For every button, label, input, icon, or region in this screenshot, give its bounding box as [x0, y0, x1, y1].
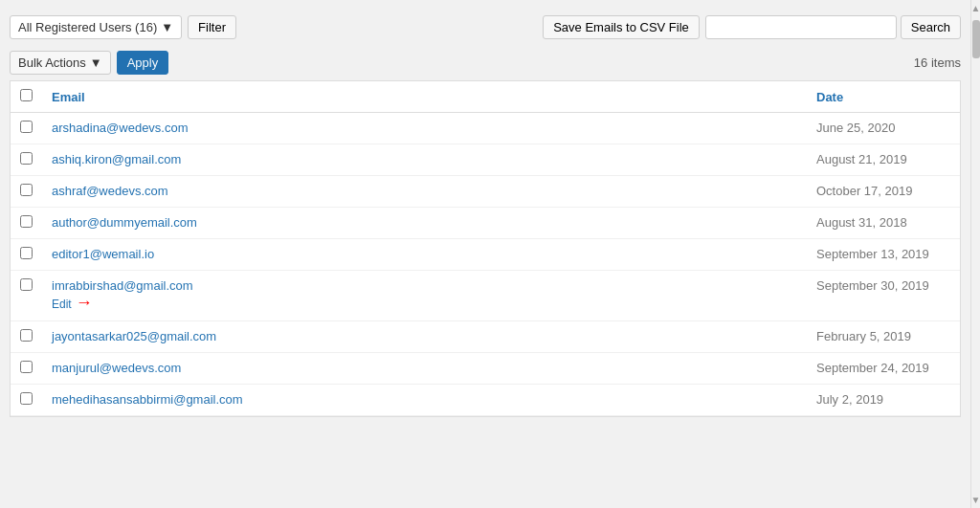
row-checkbox[interactable]	[20, 215, 33, 228]
table-row: arshadina@wedevs.comJune 25, 2020	[11, 113, 960, 144]
table-row: manjurul@wedevs.comSeptember 24, 2019	[11, 353, 960, 385]
date-cell: August 31, 2018	[807, 208, 960, 239]
date-cell: February 5, 2019	[807, 321, 960, 353]
chevron-down-icon: ▼	[161, 20, 173, 34]
scrollbar[interactable]: ▲ ▼	[970, 0, 980, 508]
row-checkbox[interactable]	[20, 329, 33, 342]
dropdown-label: All Registered Users (16)	[18, 20, 157, 34]
email-link[interactable]: jayontasarkar025@gmail.com	[52, 329, 216, 343]
date-cell: September 24, 2019	[807, 353, 960, 385]
row-checkbox[interactable]	[20, 184, 33, 196]
save-emails-button[interactable]: Save Emails to CSV File	[543, 15, 700, 39]
email-link[interactable]: ashraf@wedevs.com	[52, 184, 168, 198]
date-column-header[interactable]: Date	[816, 90, 843, 104]
chevron-down-icon: ▼	[90, 55, 102, 70]
scroll-up-arrow[interactable]: ▲	[971, 0, 980, 16]
search-button[interactable]: Search	[901, 15, 961, 39]
date-cell: September 13, 2019	[807, 239, 960, 271]
email-table: Email Date arshadina@wedevs.comJune 25, …	[10, 80, 961, 417]
apply-button[interactable]: Apply	[117, 51, 169, 75]
search-input[interactable]	[705, 15, 897, 39]
items-count: 16 items	[914, 55, 961, 70]
table-row: mehedihasansabbirmi@gmail.comJuly 2, 201…	[11, 385, 960, 416]
email-link[interactable]: arshadina@wedevs.com	[52, 121, 189, 135]
date-cell: July 2, 2019	[807, 385, 960, 416]
row-checkbox[interactable]	[20, 392, 33, 405]
bulk-actions-dropdown[interactable]: Bulk Actions ▼	[10, 51, 111, 75]
email-link[interactable]: author@dummyemail.com	[52, 215, 197, 230]
row-checkbox[interactable]	[20, 278, 33, 291]
email-link[interactable]: ashiq.kiron@gmail.com	[52, 152, 181, 166]
table-row: author@dummyemail.comAugust 31, 2018	[11, 208, 960, 239]
table-row: jayontasarkar025@gmail.comFebruary 5, 20…	[11, 321, 960, 353]
filter-button[interactable]: Filter	[188, 15, 236, 39]
table-row: ashraf@wedevs.comOctober 17, 2019	[11, 176, 960, 208]
edit-link[interactable]: Edit	[52, 298, 72, 311]
scroll-down-arrow[interactable]: ▼	[971, 492, 980, 508]
date-cell: October 17, 2019	[807, 176, 960, 208]
date-cell: September 30, 2019	[807, 271, 960, 321]
scroll-thumb[interactable]	[972, 20, 980, 58]
email-link[interactable]: manjurul@wedevs.com	[52, 361, 181, 375]
registered-users-dropdown[interactable]: All Registered Users (16) ▼	[10, 15, 182, 39]
table-row: editor1@wemail.ioSeptember 13, 2019	[11, 239, 960, 271]
row-checkbox[interactable]	[20, 152, 33, 165]
bulk-actions-label: Bulk Actions	[18, 55, 86, 70]
select-all-checkbox[interactable]	[20, 89, 33, 101]
date-cell: June 25, 2020	[807, 113, 960, 144]
row-checkbox[interactable]	[20, 121, 33, 133]
table-row: imrabbirshad@gmail.comEdit→September 30,…	[11, 271, 960, 321]
row-checkbox[interactable]	[20, 361, 33, 373]
table-row: ashiq.kiron@gmail.comAugust 21, 2019	[11, 144, 960, 176]
arrow-indicator: →	[76, 293, 93, 313]
email-link[interactable]: editor1@wemail.io	[52, 247, 154, 261]
email-column-header[interactable]: Email	[52, 90, 85, 104]
row-checkbox[interactable]	[20, 247, 33, 259]
email-link[interactable]: imrabbirshad@gmail.com	[52, 278, 193, 293]
date-cell: August 21, 2019	[807, 144, 960, 176]
email-link[interactable]: mehedihasansabbirmi@gmail.com	[52, 392, 243, 407]
